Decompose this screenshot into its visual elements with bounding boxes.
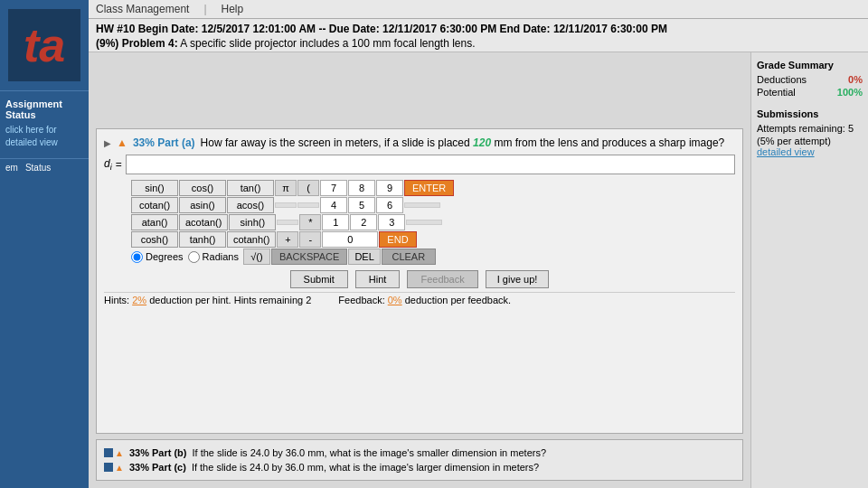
attempts-value: 5: [848, 123, 854, 134]
calc-asin[interactable]: asin(): [179, 197, 226, 213]
calc-enter[interactable]: ENTER: [404, 180, 454, 196]
calc-9[interactable]: 9: [376, 180, 403, 196]
calc-0[interactable]: 0: [322, 231, 378, 248]
calc-tanh[interactable]: tanh(): [179, 231, 226, 248]
calc-8[interactable]: 8: [348, 180, 375, 196]
part-c-label: 33% Part (c): [129, 462, 186, 473]
question-part2: mm from the lens and produces a sharp im…: [494, 136, 724, 149]
attempts-label: Attempts remaining:: [757, 123, 845, 134]
calc-row-1: sin() cos() tan() π ( 7 8 9 ENTER: [131, 180, 454, 196]
degrees-label[interactable]: Degrees: [131, 251, 184, 263]
radians-radio[interactable]: [188, 251, 200, 263]
calc-sinh[interactable]: sinh(): [229, 214, 276, 230]
calc-cos[interactable]: cos(): [179, 180, 226, 196]
calc-3[interactable]: 3: [378, 214, 405, 230]
submissions-title: Submissions: [757, 108, 863, 119]
calc-atan[interactable]: atan(): [131, 214, 178, 230]
calc-end[interactable]: END: [379, 231, 416, 248]
hint-deduction: 2%: [132, 295, 146, 305]
due-date: 12/11/2017 6:30:00 PM: [382, 23, 496, 35]
hints-remaining: 2: [306, 295, 311, 305]
calc-cotanh[interactable]: cotanh(): [227, 231, 276, 248]
triangle-icon-b: ▲: [115, 448, 124, 458]
calc-backspace[interactable]: BACKSPACE: [271, 249, 347, 265]
sidebar-status-row: em Status: [0, 158, 89, 176]
input-row: di =: [104, 155, 735, 174]
per-attempt: (5% per attempt): [757, 136, 863, 146]
submit-button[interactable]: Submit: [290, 270, 348, 288]
calc-open-paren[interactable]: (: [297, 180, 319, 196]
degrees-radio[interactable]: [131, 251, 143, 263]
calc-pi[interactable]: π: [275, 180, 297, 196]
part-c-icon: ▲: [104, 463, 124, 473]
grade-title: Grade Summary: [757, 60, 863, 70]
potential-value: 100%: [837, 87, 863, 98]
sidebar-col2: Status: [25, 163, 51, 173]
calc-acos[interactable]: acos(): [227, 197, 274, 213]
square-icon-b: [104, 448, 113, 457]
sub-parts: ▲ 33% Part (b) If the slide is 24.0 by 3…: [96, 439, 743, 481]
attempts-row: Attempts remaining: 5: [757, 123, 863, 134]
help-link[interactable]: Help: [222, 3, 244, 15]
detailed-view-link[interactable]: detailed view: [757, 146, 815, 157]
calc-row-5: Degrees Radians √() BACKSPACE DEL CLEAR: [131, 249, 436, 265]
begin-label: Begin Date:: [138, 23, 199, 35]
arrow-icon: ▶: [104, 138, 111, 148]
calc-6[interactable]: 6: [376, 197, 403, 213]
topbar: Class Management | Help: [89, 0, 868, 19]
answer-input[interactable]: [126, 155, 735, 174]
calc-1[interactable]: 1: [322, 214, 349, 230]
radians-text: Radians: [203, 251, 239, 262]
calculator-grid: sin() cos() tan() π ( 7 8 9 ENTER cotan(…: [131, 180, 735, 265]
main-content: Class Management | Help HW #10 Begin Dat…: [89, 0, 868, 488]
problem-description: (9%) Problem 4: A specific slide project…: [96, 37, 861, 50]
problem-box: ▶ ▲ 33% Part (a) How far away is the scr…: [96, 128, 743, 434]
class-management-link[interactable]: Class Management: [96, 3, 189, 15]
hints-row: Hints: 2% deduction per hint. Hints rema…: [104, 292, 735, 307]
calc-7[interactable]: 7: [320, 180, 347, 196]
hint-button[interactable]: Hint: [355, 270, 401, 288]
calc-tan[interactable]: tan(): [227, 180, 274, 196]
sidebar: ta Assignment Status click here for deta…: [0, 0, 89, 488]
calc-cotan[interactable]: cotan(): [131, 197, 178, 213]
calc-del[interactable]: DEL: [348, 249, 380, 265]
calc-4[interactable]: 4: [320, 197, 347, 213]
calc-acotan[interactable]: acotan(): [179, 214, 228, 230]
content-area: ▶ ▲ 33% Part (a) How far away is the scr…: [89, 52, 868, 488]
problem-text: A specific slide projector includes a 10…: [180, 37, 475, 50]
action-row: Submit Hint Feedback I give up!: [104, 270, 735, 288]
giveup-button[interactable]: I give up!: [486, 270, 550, 288]
part-b-text: If the slide is 24.0 by 36.0 mm, what is…: [192, 447, 546, 458]
feedback-button[interactable]: Feedback: [407, 270, 477, 288]
detailed-view-link1[interactable]: click here for: [5, 124, 83, 136]
hw-number: HW #10: [96, 23, 135, 35]
hints-deduction-label: deduction per hint. Hints remaining: [149, 295, 303, 305]
problem-a-header: ▶ ▲ 33% Part (a) How far away is the scr…: [104, 136, 735, 149]
calc-plus[interactable]: +: [277, 231, 298, 248]
feedback-deduction-label: deduction per feedback.: [405, 295, 511, 305]
triangle-icon-c: ▲: [115, 463, 124, 473]
part-a-label: 33% Part (a): [133, 136, 195, 149]
calc-clear[interactable]: CLEAR: [382, 249, 436, 265]
end-date: 12/11/2017 6:30:00 PM: [553, 23, 667, 35]
equals-sign: =: [116, 158, 122, 171]
begin-date: 12/5/2017 12:01:00 AM: [202, 23, 316, 35]
calc-minus[interactable]: -: [299, 231, 321, 248]
calc-sin[interactable]: sin(): [131, 180, 178, 196]
calc-sqrt[interactable]: √(): [243, 249, 270, 265]
calc-empty3: [404, 202, 440, 208]
grade-summary: Grade Summary Deductions 0% Potential 10…: [757, 60, 863, 99]
deductions-value: 0%: [848, 74, 863, 85]
calc-cosh[interactable]: cosh(): [131, 231, 178, 248]
calc-2[interactable]: 2: [350, 214, 377, 230]
deductions-label: Deductions: [757, 74, 807, 85]
right-panel: Grade Summary Deductions 0% Potential 10…: [750, 52, 868, 488]
calc-5[interactable]: 5: [348, 197, 375, 213]
assignment-status-title: Assignment Status: [5, 99, 83, 120]
calc-mult[interactable]: *: [299, 214, 321, 230]
detailed-view-link2[interactable]: detailed view: [5, 136, 83, 149]
calc-row-4: cosh() tanh() cotanh() + - 0 END: [131, 231, 417, 248]
calc-empty2: [297, 202, 319, 208]
radians-label[interactable]: Radians: [188, 251, 239, 263]
input-label: di: [104, 157, 112, 172]
